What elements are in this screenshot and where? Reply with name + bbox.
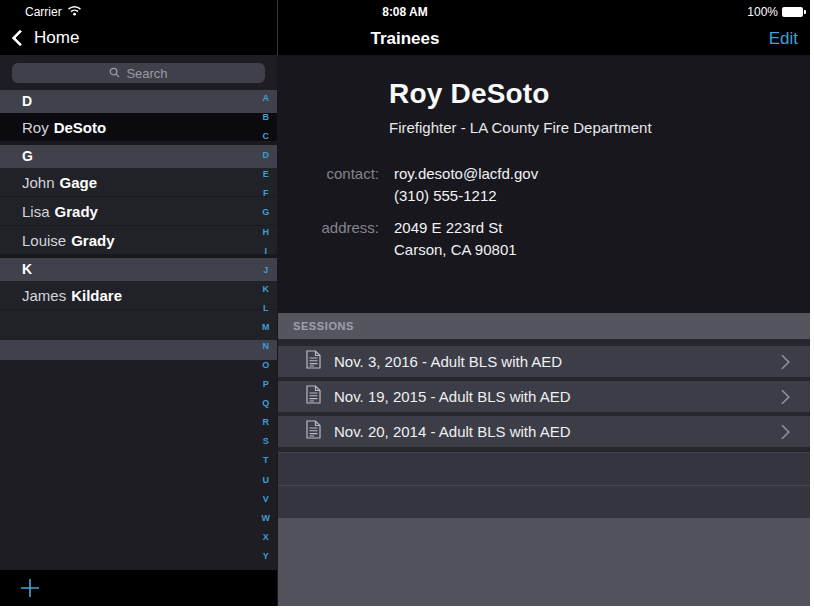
list-item-louise-grady[interactable]: Louise Grady (0, 226, 277, 255)
contact-field: contact: roy.desoto@lacfd.gov (310) 555-… (278, 163, 810, 207)
list-item-john-gage[interactable]: John Gage (0, 168, 277, 197)
session-row-label: Nov. 19, 2015 - Adult BLS with AED (334, 388, 571, 405)
index-letter[interactable]: I (264, 246, 267, 256)
sessions-section-header: SESSIONS (278, 313, 810, 339)
first-name: James (22, 287, 66, 304)
trainee-name: Roy DeSoto (389, 78, 810, 110)
page-title: Trainees (0, 29, 810, 49)
status-time: 8:08 AM (0, 5, 810, 19)
edit-button[interactable]: Edit (769, 29, 798, 49)
index-letter[interactable]: O (262, 360, 269, 370)
app-window: Carrier 8:08 AM 100% Home Trainees Edit (0, 0, 810, 606)
session-row-label: Nov. 20, 2014 - Adult BLS with AED (334, 423, 571, 440)
empty-list-band (278, 485, 810, 518)
sessions-list: Nov. 3, 2016 - Adult BLS with AED Nov. 1… (278, 339, 810, 447)
index-letter[interactable]: G (262, 207, 269, 217)
section-header-G: G (0, 145, 277, 168)
session-row-2016[interactable]: Nov. 3, 2016 - Adult BLS with AED (278, 346, 810, 377)
last-name: DeSoto (54, 119, 107, 136)
first-name: Louise (22, 232, 66, 249)
last-name: Kildare (71, 287, 122, 304)
sidebar-toolbar (0, 570, 277, 606)
battery-icon (782, 7, 803, 17)
chevron-right-icon (775, 389, 791, 405)
index-letter[interactable]: B (263, 112, 270, 122)
index-letter[interactable]: Y (263, 551, 269, 561)
chevron-right-icon (775, 354, 791, 370)
session-row-label: Nov. 3, 2016 - Adult BLS with AED (334, 353, 562, 370)
first-name: Roy (22, 119, 49, 136)
section-header-D: D (0, 90, 277, 113)
index-letter[interactable]: T (263, 455, 269, 465)
index-letter[interactable]: U (263, 475, 270, 485)
index-letter[interactable]: M (262, 322, 270, 332)
add-trainee-button[interactable] (19, 577, 41, 599)
address-field: address: 2049 E 223rd St Carson, CA 9080… (278, 217, 810, 261)
index-letter[interactable]: J (263, 265, 268, 275)
index-letter[interactable]: F (263, 188, 269, 198)
contact-label: contact: (278, 163, 379, 207)
trainee-info: Roy DeSoto Firefighter - LA County Fire … (278, 55, 810, 313)
session-row-2014[interactable]: Nov. 20, 2014 - Adult BLS with AED (278, 416, 810, 447)
index-letter[interactable]: R (263, 417, 270, 427)
alphabet-index[interactable]: A B C D E F G H I J K L M N O P Q R S T … (262, 93, 271, 561)
document-icon (306, 385, 321, 408)
first-name: Lisa (22, 203, 50, 220)
battery-status: 100% (747, 5, 803, 19)
document-icon (306, 420, 321, 443)
panel-divider (277, 0, 278, 55)
contact-phone: (310) 555-1212 (394, 185, 538, 207)
top-bar: Carrier 8:08 AM 100% Home Trainees Edit (0, 0, 810, 55)
index-letter[interactable]: N (263, 341, 270, 351)
index-letter[interactable]: K (263, 284, 270, 294)
last-name: Grady (55, 203, 98, 220)
index-letter[interactable]: P (263, 379, 269, 389)
session-row-2015[interactable]: Nov. 19, 2015 - Adult BLS with AED (278, 381, 810, 412)
trainee-list-sidebar: Search D Roy DeSoto G John Gage Lisa Gra… (0, 55, 277, 570)
list-item-roy-desoto[interactable]: Roy DeSoto (0, 113, 277, 142)
address-street: 2049 E 223rd St (394, 217, 517, 239)
address-city: Carson, CA 90801 (394, 239, 517, 261)
search-input[interactable]: Search (12, 63, 265, 83)
index-letter[interactable]: L (263, 303, 269, 313)
contact-email: roy.desoto@lacfd.gov (394, 163, 538, 185)
empty-list-band (278, 452, 810, 485)
index-letter[interactable]: S (263, 436, 269, 446)
section-header-K: K (0, 258, 277, 281)
list-item-lisa-grady[interactable]: Lisa Grady (0, 197, 277, 226)
list-filler (0, 310, 277, 340)
index-letter[interactable]: V (263, 494, 269, 504)
index-letter[interactable]: W (262, 513, 271, 523)
index-letter[interactable]: D (263, 150, 270, 160)
empty-section-header (0, 340, 277, 360)
index-letter[interactable]: X (263, 532, 269, 542)
trainee-subtitle: Firefighter - LA County Fire Department (389, 119, 810, 136)
search-placeholder: Search (126, 66, 167, 81)
chevron-right-icon (775, 424, 791, 440)
list-item-james-kildare[interactable]: James Kildare (0, 281, 277, 310)
index-letter[interactable]: H (263, 227, 270, 237)
document-icon (306, 350, 321, 373)
search-bar-area: Search (0, 55, 277, 90)
index-letter[interactable]: A (263, 93, 270, 103)
last-name: Grady (71, 232, 114, 249)
panel-footer-area (278, 518, 810, 606)
search-icon (109, 66, 120, 81)
last-name: Gage (60, 174, 98, 191)
battery-percent-label: 100% (747, 5, 778, 19)
index-letter[interactable]: Q (262, 398, 269, 408)
trainee-fields: contact: roy.desoto@lacfd.gov (310) 555-… (278, 163, 810, 261)
trainee-detail-panel: Roy DeSoto Firefighter - LA County Fire … (278, 55, 810, 606)
first-name: John (22, 174, 55, 191)
index-letter[interactable]: C (263, 131, 270, 141)
address-label: address: (278, 217, 379, 261)
index-letter[interactable]: E (263, 169, 269, 179)
